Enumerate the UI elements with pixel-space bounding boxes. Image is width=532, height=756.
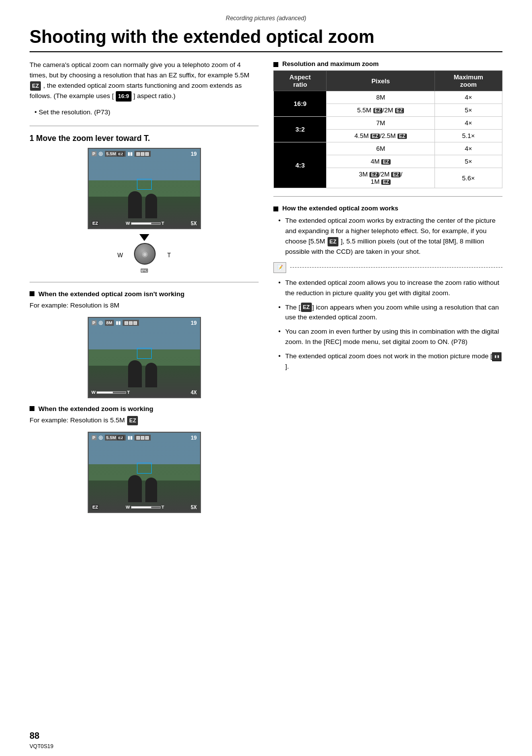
camera-mode-indicators: P ◎ 5.5M EZ ▮▮ ▤▤▤ xyxy=(92,151,151,157)
histogram-icon-2: ▤▤▤ xyxy=(123,320,139,326)
table-heading: Resolution and maximum zoom xyxy=(282,60,379,68)
pixels-6m: 6M xyxy=(327,142,434,155)
zoom-bar-2: W T xyxy=(92,390,130,395)
t-label-3: T xyxy=(162,505,165,510)
divider-3 xyxy=(273,196,502,197)
zoom-5-1x: 5.1× xyxy=(434,130,502,142)
page-header: Recording pictures (advanced) xyxy=(30,15,502,22)
p-badge-3: P xyxy=(92,435,97,440)
zoom-dial: ◉ xyxy=(133,243,157,268)
zoom-working-text: For example: Resolution is 5.5M EZ xyxy=(30,415,259,426)
black-square-icon-2 xyxy=(30,406,34,411)
person-silhouette-3 xyxy=(128,360,142,387)
resolution-top-3: 5.5M EZ xyxy=(105,435,126,441)
person-silhouette-6 xyxy=(145,478,157,502)
divider-1 xyxy=(30,126,259,126)
shot-number-1: 19 xyxy=(191,151,197,157)
note-bullets-list: The extended optical zoom allows you to … xyxy=(278,278,502,372)
histogram-icon: ▤▤▤ xyxy=(134,151,151,157)
pixels-5-5m-2m: 5.5M EZ/2M EZ xyxy=(327,104,434,117)
arrow-down-icon xyxy=(139,234,149,241)
table-row-4-3-1: 4:3 6M 4× xyxy=(274,142,502,155)
focus-box-1 xyxy=(137,179,152,190)
zoom-bar-fill-3 xyxy=(132,507,152,508)
black-square-icon-1 xyxy=(30,291,34,296)
shot-number-3: 19 xyxy=(191,435,197,441)
set-resolution-bullet: • Set the resolution. (P73) xyxy=(34,107,259,118)
zoom-level-2: 4X xyxy=(191,390,197,395)
zoom-working-heading: When the extended zoom is working xyxy=(30,405,259,412)
zoom-table-header: Aspectratio Pixels Maximumzoom xyxy=(274,71,502,91)
person-silhouette-1 xyxy=(128,191,142,218)
zoom-4x-1: 4× xyxy=(434,91,502,104)
battery-icon-3: ▮▮ xyxy=(128,435,133,440)
note-dashes xyxy=(290,267,502,268)
table-heading-row: Resolution and maximum zoom xyxy=(273,60,502,68)
vqt-label: VQT0S19 xyxy=(30,743,53,749)
zoom-4x-2: 4× xyxy=(434,117,502,130)
t-text: T xyxy=(167,252,170,259)
camera-mode-indicators-3: P ◎ 5.5M EZ ▮▮ ▤▤▤ xyxy=(92,435,151,441)
zoom-4x-3: 4× xyxy=(434,142,502,155)
camera-top-bar-3: P ◎ 5.5M EZ ▮▮ ▤▤▤ xyxy=(89,435,200,441)
how-heading: How the extended optical zoom works xyxy=(282,205,398,212)
battery-icon: ▮▮ xyxy=(128,151,133,156)
camera-screen-3: P ◎ 5.5M EZ ▮▮ ▤▤▤ 19 EZ W xyxy=(88,432,201,513)
w-label-3: W xyxy=(126,505,130,510)
aspect-ratio-header: Aspectratio xyxy=(274,71,327,91)
ez-inline-5: EZ xyxy=(381,159,391,165)
ez-inline-4: EZ xyxy=(398,134,407,139)
w-text: W xyxy=(117,252,123,259)
zoom-bar-fill-1 xyxy=(132,223,152,224)
pixels-3m-2m-1m: 3M EZ/2M EZ/1M EZ xyxy=(327,168,434,188)
note-bullet-4: The extended optical zoom does not work … xyxy=(278,351,502,372)
focus-icon-cam2: ◎ xyxy=(99,320,103,325)
note-bullet-3: You can zoom in even further by using th… xyxy=(278,327,502,347)
note-box: 📝 xyxy=(273,262,502,273)
how-bullet-1: The extended optical zoom works by extra… xyxy=(278,216,502,257)
person-silhouette-2 xyxy=(145,194,157,218)
pixels-header: Pixels xyxy=(327,71,434,91)
how-heading-row: How the extended optical zoom works xyxy=(273,205,502,212)
black-square-icon-4 xyxy=(273,206,278,211)
note-icon: 📝 xyxy=(273,262,286,273)
focus-box-3 xyxy=(137,463,152,474)
ez-badge-working: EZ xyxy=(127,416,138,425)
dial-label-q: ⌨ xyxy=(30,268,259,274)
zoom-5-6x: 5.6× xyxy=(434,168,502,188)
ez-badge-intro: EZ xyxy=(30,81,41,91)
aspect-cell-4-3: 4:3 xyxy=(274,142,327,188)
left-column: The camera's optical zoom can normally g… xyxy=(30,60,259,518)
wt-label: W ◉ T xyxy=(30,243,259,268)
zoom-bar-fill-2 xyxy=(97,392,113,393)
pixels-8m: 8M xyxy=(327,91,434,104)
zoom-table-header-row: Aspectratio Pixels Maximumzoom xyxy=(274,71,502,91)
zoom-bar-3: W T xyxy=(126,505,164,510)
focus-icon-cam3: ◎ xyxy=(99,435,103,440)
ez-inline-7: EZ xyxy=(391,172,400,177)
page-header-text: Recording pictures (advanced) xyxy=(226,15,306,22)
ez-inline-8: EZ xyxy=(381,179,391,185)
page-number: 88 xyxy=(30,731,39,741)
aspect-cell-3-2: 3:2 xyxy=(274,117,327,142)
resolution-top-1: 5.5M EZ xyxy=(105,151,126,157)
t-label-1: T xyxy=(162,221,165,226)
arrow-indicator xyxy=(30,234,259,241)
ez-inline-3: EZ xyxy=(370,134,380,139)
page-title: Shooting with the extended optical zoom xyxy=(30,27,502,52)
battery-icon-2: ▮▮ xyxy=(116,320,121,325)
step-1-heading: 1 Move the zoom lever toward T. xyxy=(30,134,259,143)
camera-bottom-bar-3: EZ W T 5X xyxy=(89,505,200,510)
zoom-table: Aspectratio Pixels Maximumzoom 16:9 8M 4… xyxy=(273,70,502,188)
zoom-not-working-text: For example: Resolution is 8M xyxy=(30,301,259,311)
film-mode-icon: ▮▮ xyxy=(492,352,501,361)
zoom-level-1: 5X xyxy=(191,221,197,226)
zoom-bar-track-2 xyxy=(97,391,126,394)
dial-symbol: ◉ xyxy=(142,250,148,258)
ez-inline-1: EZ xyxy=(373,108,383,113)
two-column-layout: The camera's optical zoom can normally g… xyxy=(30,60,502,518)
p-badge: P xyxy=(92,151,97,156)
note-bullet-1: The extended optical zoom allows you to … xyxy=(278,278,502,299)
ez-badge-how: EZ xyxy=(328,237,338,246)
how-bullets-list: The extended optical zoom works by extra… xyxy=(278,216,502,257)
